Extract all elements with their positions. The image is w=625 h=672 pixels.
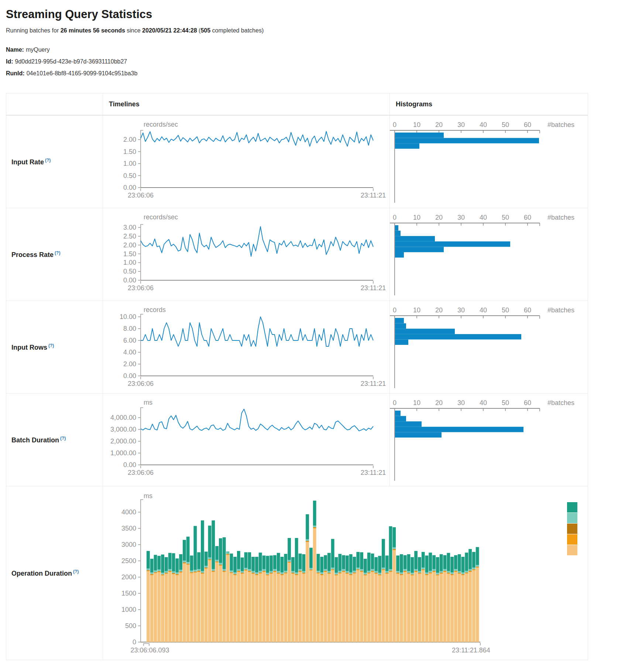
timeline-svg: ms4,000.003,000.002,000.001,000.000.0023… (103, 394, 390, 486)
timeline-series-line (141, 131, 373, 146)
svg-text:23:11:21: 23:11:21 (361, 380, 386, 387)
query-id-value: 9d0dd219-995d-423e-b97d-36931110bb27 (15, 58, 127, 65)
table-row-input-rate: Input Rate(?) records/sec2.001.501.000.5… (6, 115, 588, 208)
table-row-operation-duration: Operation Duration(?) ms4000350030002500… (6, 486, 588, 660)
query-runid-value: 04e101e6-8bf8-4165-9099-9104c951ba3b (27, 70, 138, 76)
svg-text:10: 10 (413, 214, 420, 221)
completed-batches-count: 505 (200, 27, 210, 34)
legend (567, 502, 577, 555)
help-icon[interactable]: (?) (48, 343, 54, 348)
svg-text:1000: 1000 (121, 606, 136, 613)
svg-text:#batches: #batches (547, 121, 574, 128)
svg-text:4,000.00: 4,000.00 (110, 414, 136, 421)
stacked-bars (147, 501, 479, 642)
svg-text:1.00: 1.00 (123, 259, 136, 267)
svg-text:3000: 3000 (121, 541, 136, 548)
svg-text:10.00: 10.00 (120, 313, 136, 320)
svg-text:4000: 4000 (121, 508, 136, 516)
table-header-row: Timelines Histograms (6, 93, 588, 116)
svg-text:23:06:06.093: 23:06:06.093 (130, 647, 169, 654)
svg-text:23:11:21: 23:11:21 (361, 284, 386, 292)
svg-text:2.00: 2.00 (123, 136, 136, 143)
batch-duration-histogram-chart: 0102030405060#batches (390, 394, 588, 486)
svg-text:6.00: 6.00 (123, 337, 136, 344)
input-rate-histogram-chart: 0102030405060#batches (390, 116, 588, 208)
running-duration: 26 minutes 56 seconds (61, 27, 125, 34)
svg-text:50: 50 (502, 214, 509, 221)
svg-text:30: 30 (457, 121, 465, 128)
query-metadata: Name:myQuery Id:9d0dd219-995d-423e-b97d-… (6, 44, 619, 79)
svg-text:1500: 1500 (121, 590, 136, 597)
svg-text:3,000.00: 3,000.00 (110, 426, 136, 433)
process-rate-histogram-chart: 0102030405060#batches (390, 208, 588, 301)
svg-text:30: 30 (457, 214, 465, 221)
help-icon[interactable]: (?) (60, 436, 66, 441)
svg-text:ms: ms (144, 492, 152, 500)
page-title: Streaming Query Statistics (6, 7, 619, 21)
query-runid-line: RunId:04e101e6-8bf8-4165-9099-9104c951ba… (6, 68, 619, 79)
svg-text:60: 60 (524, 399, 531, 407)
svg-text:1,000.00: 1,000.00 (110, 449, 136, 457)
help-icon[interactable]: (?) (55, 250, 60, 256)
svg-text:60: 60 (524, 121, 531, 128)
svg-text:2,000.00: 2,000.00 (110, 438, 136, 445)
svg-text:3500: 3500 (121, 525, 136, 532)
legend-swatch (567, 545, 577, 555)
svg-text:10: 10 (413, 399, 420, 407)
row-label-batch-duration: Batch Duration (11, 436, 59, 444)
svg-text:#batches: #batches (547, 306, 574, 314)
svg-text:23:06:06: 23:06:06 (128, 284, 154, 292)
svg-text:0: 0 (393, 399, 396, 407)
query-name-value: myQuery (26, 47, 50, 53)
svg-text:ms: ms (144, 399, 152, 406)
svg-text:23:06:06: 23:06:06 (128, 192, 154, 199)
svg-text:23:06:06: 23:06:06 (128, 380, 154, 387)
histogram-svg: 0102030405060#batches (390, 208, 588, 301)
timeline-svg: records/sec2.001.501.000.500.0023:06:062… (103, 116, 390, 208)
svg-text:23:11:21.864: 23:11:21.864 (452, 647, 490, 654)
svg-text:1.50: 1.50 (123, 250, 136, 258)
svg-text:0: 0 (133, 638, 136, 646)
svg-text:2000: 2000 (121, 573, 136, 581)
svg-text:20: 20 (435, 399, 443, 407)
help-icon[interactable]: (?) (45, 158, 51, 163)
operation-duration-stacked-chart: ms4000350030002500200015001000500023:06:… (103, 486, 588, 660)
svg-text:60: 60 (524, 306, 531, 314)
svg-text:30: 30 (457, 399, 465, 407)
table-row-process-rate: Process Rate(?) records/sec3.002.502.001… (6, 208, 588, 301)
running-summary: Running batches for 26 minutes 56 second… (6, 27, 619, 34)
histogram-bars (395, 411, 523, 438)
svg-text:records/sec: records/sec (144, 121, 178, 128)
histogram-svg: 0102030405060#batches (390, 301, 588, 393)
svg-text:#batches: #batches (547, 399, 574, 407)
legend-swatch (567, 524, 577, 534)
svg-text:60: 60 (524, 214, 531, 221)
page: Streaming Query Statistics Running batch… (0, 0, 625, 660)
process-rate-timeline-chart: records/sec3.002.502.001.501.000.500.002… (103, 208, 390, 301)
row-label-input-rate: Input Rate (11, 158, 44, 166)
histogram-bars (395, 225, 510, 258)
svg-text:0: 0 (393, 214, 396, 221)
legend-swatch (567, 534, 577, 545)
input-rows-histogram-chart: 0102030405060#batches (390, 301, 588, 393)
svg-text:3.00: 3.00 (123, 224, 136, 231)
svg-text:8.00: 8.00 (123, 325, 136, 332)
svg-text:2.00: 2.00 (123, 360, 136, 368)
svg-text:10: 10 (413, 306, 420, 314)
svg-text:40: 40 (480, 214, 487, 221)
legend-swatch (567, 502, 577, 512)
svg-text:#batches: #batches (547, 214, 574, 221)
start-timestamp: 2020/05/21 22:44:28 (142, 27, 197, 34)
svg-text:50: 50 (502, 121, 509, 128)
help-icon[interactable]: (?) (73, 569, 79, 574)
timeline-svg: records10.008.006.004.002.000.0023:06:06… (103, 301, 390, 393)
histogram-bars (395, 318, 521, 345)
svg-text:2.00: 2.00 (123, 241, 136, 249)
svg-text:20: 20 (435, 214, 443, 221)
legend-swatch (567, 513, 577, 523)
svg-text:40: 40 (480, 121, 487, 128)
timelines-column-header: Timelines (103, 93, 390, 116)
svg-text:0: 0 (393, 306, 396, 314)
svg-text:23:06:06: 23:06:06 (128, 469, 154, 476)
svg-text:records/sec: records/sec (144, 213, 178, 221)
